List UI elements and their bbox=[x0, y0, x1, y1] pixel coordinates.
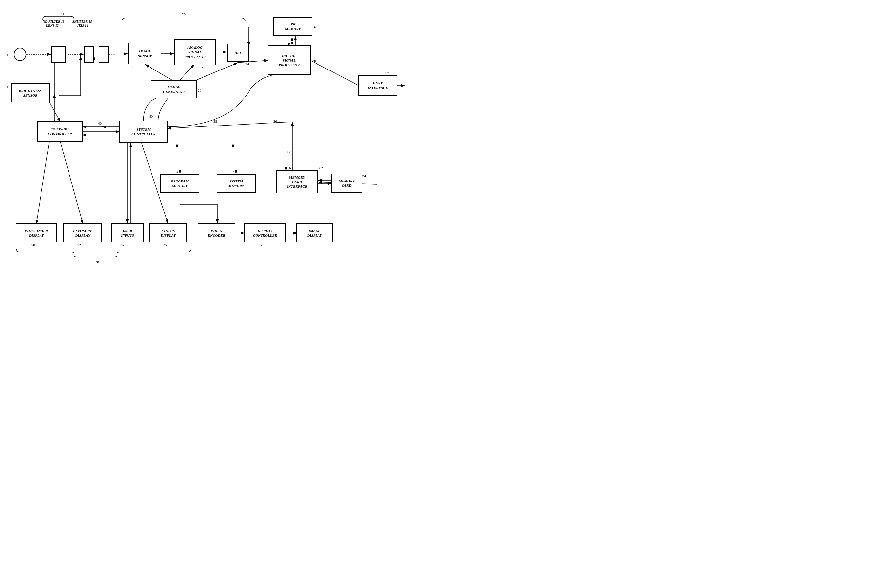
svg-line-17 bbox=[180, 64, 194, 81]
image-sensor-label: IMAGESENSOR bbox=[138, 49, 152, 58]
exposure-controller-label: EXPOSURECONTROLLER bbox=[48, 127, 72, 136]
memory-card-label: MEMORYCARD bbox=[339, 178, 355, 188]
ref-74: 74 bbox=[121, 243, 125, 247]
ref-28: 28 bbox=[182, 12, 186, 16]
timing-generator-box: TIMINGGENERATOR bbox=[151, 80, 197, 98]
dsp-label: DIGITALSIGNALPROCESSOR bbox=[279, 53, 300, 68]
diagram: ND FILTER 13 LENS 12 SHUTTER 18 IRIS 14 … bbox=[0, 0, 440, 294]
program-memory-box: PROGRAMMEMORY bbox=[160, 174, 199, 193]
ad-box: A/D bbox=[227, 44, 249, 62]
program-memory-label: PROGRAMMEMORY bbox=[171, 179, 189, 188]
ref-62: 62 bbox=[319, 166, 323, 170]
memory-card-interface-label: MEMORYCARDINTERFACE bbox=[287, 175, 307, 189]
brightness-sensor-box: BRIGHTNESSSENSOR bbox=[11, 83, 50, 102]
timing-generator-label: TIMINGGENERATOR bbox=[163, 84, 185, 94]
host-interface-label: HOSTINTERFACE bbox=[367, 81, 388, 90]
ref-60: 60 bbox=[289, 166, 293, 170]
ref-82: 82 bbox=[259, 243, 262, 247]
analog-signal-processor-label: ANALOGSIGNALPROCESSOR bbox=[184, 45, 205, 59]
ref-40: 40 bbox=[98, 121, 102, 125]
label-lens: LENS 12 bbox=[46, 24, 58, 27]
svg-line-21 bbox=[167, 122, 289, 129]
svg-line-16 bbox=[145, 64, 173, 81]
system-memory-label: SYSTEMMEMORY bbox=[228, 179, 244, 188]
ref-24: 24 bbox=[245, 62, 249, 66]
video-encoder-label: VIDEOENCODER bbox=[208, 228, 225, 238]
analog-signal-processor-box: ANALOGSIGNALPROCESSOR bbox=[174, 39, 216, 65]
ref-56: 56 bbox=[231, 170, 234, 174]
brightness-sensor-label: BRIGHTNESSSENSOR bbox=[19, 88, 42, 98]
ref-22: 22 bbox=[201, 66, 205, 70]
nd-filter-block bbox=[51, 46, 66, 63]
exposure-controller-box: EXPOSURECONTROLLER bbox=[37, 121, 83, 142]
ref-32: 32 bbox=[313, 25, 316, 28]
system-controller-label: SYSTEMCONTROLLER bbox=[132, 127, 156, 137]
image-display-label: IMAGEDISPLAY bbox=[307, 228, 322, 238]
ref-38: 38 bbox=[213, 119, 217, 123]
memory-card-box: MEMORYCARD bbox=[331, 174, 362, 193]
dsp-box: DIGITALSIGNALPROCESSOR bbox=[268, 45, 310, 75]
label-iris: IRIS 14 bbox=[77, 24, 88, 27]
svg-line-47 bbox=[49, 102, 60, 122]
ref-64: 64 bbox=[362, 174, 366, 177]
status-display-box: STATUSDISPLAY bbox=[149, 224, 187, 243]
status-display-label: STATUSDISPLAY bbox=[161, 228, 175, 238]
video-encoder-box: VIDEOENCODER bbox=[198, 224, 235, 243]
ref-80: 80 bbox=[211, 243, 214, 247]
host-interface-box: HOSTINTERFACE bbox=[358, 75, 397, 96]
svg-line-39 bbox=[60, 142, 83, 224]
memory-card-interface-box: MEMORYCARDINTERFACE bbox=[276, 170, 318, 194]
ref-54: 54 bbox=[175, 170, 178, 174]
ref-26: 26 bbox=[198, 88, 201, 92]
image-sensor-box: IMAGESENSOR bbox=[129, 43, 161, 64]
label-shutter: SHUTTER 18 bbox=[72, 20, 92, 23]
image-display-box: IMAGEDISPLAY bbox=[297, 224, 333, 243]
system-controller-box: SYSTEMCONTROLLER bbox=[119, 121, 168, 143]
iris-block bbox=[99, 46, 109, 63]
ref-36: 36 bbox=[273, 119, 277, 123]
ad-label: A/D bbox=[235, 50, 241, 55]
ref-11: 11 bbox=[61, 12, 64, 16]
exposure-display-box: EXPOSUREDISPLAY bbox=[63, 224, 102, 243]
ref-52: 52 bbox=[287, 150, 291, 153]
ref-16: 16 bbox=[7, 85, 10, 89]
viewfinder-display-label: VIEWFINDERDISPLAY bbox=[25, 228, 48, 238]
viewfinder-display-box: VIEWFINDERDISPLAY bbox=[16, 224, 57, 243]
user-inputs-label: USERINPUTS bbox=[121, 228, 134, 238]
ref-10: 10 bbox=[7, 53, 10, 57]
ref-20: 20 bbox=[132, 64, 135, 69]
display-controller-box: DISPLAYCONTROLLER bbox=[244, 224, 286, 243]
ref-57: 57 bbox=[385, 71, 389, 75]
shutter-block bbox=[84, 46, 94, 63]
ref-72: 72 bbox=[77, 243, 81, 247]
ref-88: 88 bbox=[310, 243, 313, 247]
user-inputs-box: USERINPUTS bbox=[111, 224, 144, 243]
svg-line-5 bbox=[109, 54, 128, 54]
system-memory-box: SYSTEMMEMORY bbox=[217, 174, 256, 193]
ref-30: 30 bbox=[312, 58, 316, 63]
ref-76: 76 bbox=[163, 243, 167, 247]
display-controller-label: DISPLAYCONTROLLER bbox=[253, 228, 277, 238]
svg-line-38 bbox=[36, 142, 49, 224]
label-nd-filter: ND FILTER 13 bbox=[43, 20, 64, 23]
svg-line-18 bbox=[191, 63, 238, 82]
ref-50: 50 bbox=[149, 114, 153, 118]
ref-68: 68 bbox=[96, 260, 99, 264]
exposure-display-label: EXPOSUREDISPLAY bbox=[73, 228, 92, 238]
lens-element bbox=[14, 48, 26, 61]
dsp-memory-box: DSPMEMORY bbox=[273, 18, 312, 36]
dsp-memory-label: DSPMEMORY bbox=[285, 22, 301, 31]
ref-70: 70 bbox=[31, 243, 35, 247]
svg-line-27 bbox=[310, 60, 359, 86]
